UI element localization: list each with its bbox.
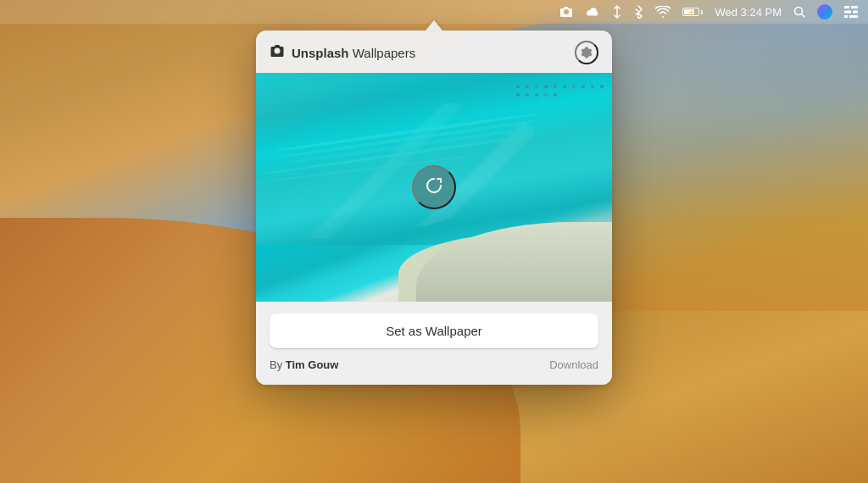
unsplash-popup: Unsplash Wallpapers — [256, 31, 612, 385]
camera-icon — [270, 44, 285, 61]
popup-title-rest: Wallpapers — [349, 46, 416, 60]
svg-rect-5 — [853, 11, 858, 14]
popup-title-bold: Unsplash — [292, 46, 349, 60]
settings-button[interactable] — [575, 41, 598, 64]
popup-arrow — [426, 20, 442, 31]
wallpaper-preview — [256, 73, 612, 302]
menu-bar-time: Wed 3:24 PM — [715, 6, 782, 19]
svg-line-1 — [802, 14, 805, 18]
bluetooth-menu-icon — [634, 5, 643, 19]
menu-bar-status-icons: ⚡ Wed 3:24 PM — [559, 4, 858, 19]
popup-footer: By Tim Gouw Download — [270, 358, 598, 371]
credit-by: By — [270, 358, 286, 371]
svg-rect-7 — [849, 15, 858, 18]
battery-menu-icon: ⚡ — [682, 8, 703, 16]
search-menu-icon[interactable] — [793, 6, 805, 18]
cloud-menu-icon — [585, 7, 600, 18]
popup-title-group: Unsplash Wallpapers — [270, 44, 415, 61]
popup-bottom: Set as Wallpaper By Tim Gouw Download — [256, 302, 612, 385]
set-wallpaper-button[interactable]: Set as Wallpaper — [270, 314, 598, 348]
wifi-menu-icon — [655, 6, 670, 18]
popup-header: Unsplash Wallpapers — [256, 31, 612, 73]
reload-icon — [425, 176, 443, 198]
photo-credit: By Tim Gouw — [270, 358, 338, 371]
popup-title: Unsplash Wallpapers — [292, 46, 415, 60]
svg-rect-4 — [844, 11, 851, 14]
svg-rect-3 — [851, 6, 858, 8]
svg-rect-6 — [844, 15, 848, 18]
camera-menu-icon — [559, 6, 573, 18]
svg-rect-2 — [844, 6, 849, 8]
photographer-name: Tim Gouw — [286, 358, 339, 371]
reload-button[interactable] — [412, 165, 456, 209]
fork-menu-icon — [612, 5, 622, 19]
download-button[interactable]: Download — [549, 358, 598, 371]
siri-menu-icon[interactable] — [817, 4, 832, 19]
control-center-menu-icon[interactable] — [844, 6, 858, 18]
